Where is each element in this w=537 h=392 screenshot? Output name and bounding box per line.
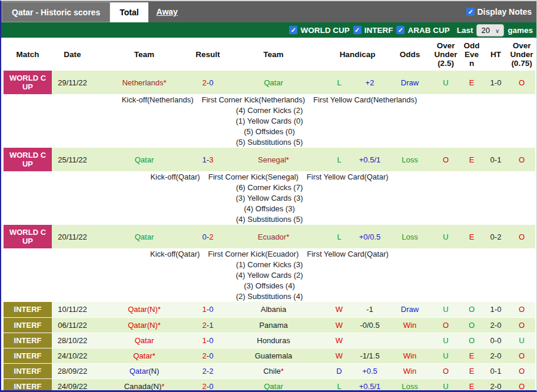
over-under-25-cell: U <box>432 333 460 348</box>
odd-even-cell: O <box>460 333 483 348</box>
home-team-mark: * <box>161 382 164 391</box>
kickoff-note: Kick-off(Netherlands) <box>122 95 194 104</box>
away-team-cell: Qatar <box>220 378 327 392</box>
over-under-075-cell: O <box>508 71 535 94</box>
over-under-25-cell: O <box>432 148 460 171</box>
over-under-075-cell: U <box>508 333 535 348</box>
odds-cell: Loss <box>388 148 432 171</box>
tab-total-label: Total <box>120 8 138 17</box>
wld-cell: L <box>327 71 352 94</box>
away-team-cell: Honduras <box>220 333 327 348</box>
over-under-075-cell: O <box>508 225 535 248</box>
last-games-select[interactable]: 20 <box>476 24 504 36</box>
tab-away[interactable]: Away <box>148 1 186 22</box>
odd-even-cell: E <box>460 348 483 363</box>
games-label: games <box>508 26 533 35</box>
handicap-cell <box>352 333 388 348</box>
world-cup-checkbox[interactable] <box>289 26 297 34</box>
home-team-cell: Qatar(N)* <box>93 317 195 333</box>
odd-even-cell: O <box>460 317 483 333</box>
stat-yellow-cards: (1) Yellow Cards (0) <box>4 116 535 127</box>
handicap-cell: -1/1.5 <box>352 348 388 363</box>
competition-badge: WORLD C UP <box>4 71 52 94</box>
table-row: INTERF 28/10/22 Qatar 1-0 Honduras W U O… <box>4 333 535 348</box>
away-team-cell: Qatar <box>220 71 327 94</box>
ht-cell: 2-0 <box>483 348 508 363</box>
match-details: Kick-off(Netherlands)First Corner Kick(N… <box>4 94 535 148</box>
ht-cell: 1-0 <box>483 302 508 317</box>
table-row: INTERF 28/09/22 Qatar(N) 2-2 Chile* D +0… <box>4 363 535 378</box>
handicap-cell: +0/0.5 <box>352 225 388 248</box>
over-under-075-cell: O <box>508 363 535 378</box>
home-team-cell: Qatar(N) <box>93 363 195 378</box>
home-team-mark: * <box>158 321 161 330</box>
date-cell: 29/11/22 <box>52 71 93 94</box>
interf-checkbox[interactable] <box>353 26 362 34</box>
stat-corner-kicks: (1) Corner Kicks (3) <box>4 260 535 270</box>
ht-cell: 2-0 <box>483 378 508 392</box>
over-under-25-cell: U <box>432 225 460 248</box>
date-cell: 28/10/22 <box>52 333 93 348</box>
col-header-match: Match <box>4 38 52 71</box>
away-team-cell: Ecuador* <box>220 225 327 248</box>
score-cell: 2-0 <box>195 71 220 94</box>
arab-cup-checkbox[interactable] <box>396 26 405 34</box>
first-yellow-note: First Yellow Card(Qatar) <box>307 172 389 181</box>
display-notes-label: Display Notes <box>477 7 532 16</box>
competition-badge: INTERF <box>4 333 52 348</box>
home-team-cell: Netherlands* <box>93 71 195 94</box>
home-team-cell: Qatar <box>93 225 195 248</box>
panel-title-label: Qatar - Historic scores <box>12 8 100 17</box>
arab-cup-filter-label: ARAB CUP <box>407 26 449 35</box>
date-cell: 28/09/22 <box>52 363 93 378</box>
table-header-row: Match Date Team Result Team Handicap Odd… <box>4 38 535 71</box>
over-under-075-cell: O <box>508 148 535 171</box>
panel-title: Qatar - Historic scores <box>2 2 110 22</box>
home-team-cell: Qatar* <box>93 348 195 363</box>
wld-cell: L <box>327 148 352 171</box>
competition-filter-bar: WORLD CUP INTERF ARAB CUP Last 20 games <box>1 22 536 38</box>
home-team-suffix: (N) <box>148 367 159 376</box>
table-row: WORLD C UP 20/11/22 Qatar 0-2 Ecuador* L… <box>4 225 535 248</box>
over-under-075-cell: O <box>508 348 535 363</box>
handicap-cell: -1 <box>352 302 388 317</box>
away-team-cell: Guatemala <box>220 348 327 363</box>
tab-total[interactable]: Total <box>110 2 148 22</box>
odd-even-cell: E <box>460 225 483 248</box>
odds-cell: Draw <box>388 71 432 94</box>
table-row: WORLD C UP 25/11/22 Qatar 1-3 Senegal* L… <box>4 148 535 171</box>
date-cell: 25/11/22 <box>52 148 93 171</box>
match-details-row: Kick-off(Netherlands)First Corner Kick(N… <box>4 94 535 148</box>
stat-substitutions: (5) Substitutions (5) <box>4 137 535 148</box>
col-header-over-under-075: Over Under (0.75) <box>508 38 535 71</box>
stat-corner-kicks: (6) Corner Kicks (7) <box>4 182 535 193</box>
table-row: INTERF 24/10/22 Qatar* 2-0 Guatemala W -… <box>4 348 535 363</box>
handicap-cell: +0.5/1 <box>352 148 388 171</box>
last-games-value: 20 <box>481 26 489 35</box>
col-header-odd-even: Odd Even <box>460 38 483 71</box>
chevron-down-icon <box>495 26 499 35</box>
col-header-handicap: Handicap <box>327 38 388 71</box>
interf-filter-label: INTERF <box>364 26 393 35</box>
away-team-cell: Panama <box>220 317 327 333</box>
ht-cell: 0-2 <box>483 225 508 248</box>
odd-even-cell: E <box>460 378 483 392</box>
stat-substitutions: (4) Substitutions (5) <box>4 214 535 225</box>
world-cup-filter-label: WORLD CUP <box>300 26 349 35</box>
table-row: INTERF 24/09/22 Canada(N)* 2-0 Qatar L +… <box>4 378 535 392</box>
score-cell: 2-0 <box>195 348 220 363</box>
away-team-mark: * <box>281 367 284 376</box>
wld-cell: L <box>327 225 352 248</box>
score-cell: 2-2 <box>195 363 220 378</box>
home-team-mark: * <box>153 351 155 360</box>
odds-cell: Loss <box>388 378 432 392</box>
scores-table-wrap: Match Date Team Result Team Handicap Odd… <box>1 38 536 392</box>
first-yellow-note: First Yellow Card(Netherlands) <box>313 95 417 104</box>
odd-even-cell: E <box>460 148 483 171</box>
display-notes-checkbox[interactable] <box>466 8 475 16</box>
odds-cell <box>388 333 432 348</box>
historic-scores-panel: Qatar - Historic scores Total Away Displ… <box>0 0 537 392</box>
col-header-result: Result <box>195 38 220 71</box>
over-under-25-cell: U <box>432 302 460 317</box>
stat-corner-kicks: (4) Corner Kicks (2) <box>4 105 535 116</box>
